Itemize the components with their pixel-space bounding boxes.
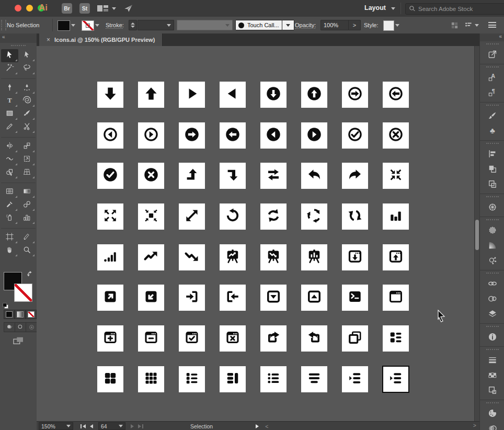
screen-mode-icon[interactable] bbox=[13, 336, 24, 347]
control-panel-menu-icon[interactable] bbox=[488, 22, 496, 28]
preferences-chevron-icon[interactable] bbox=[475, 24, 479, 27]
next-artboard-button[interactable] bbox=[131, 423, 134, 429]
tool-reflect[interactable] bbox=[1, 140, 18, 153]
icon-tile-bracket-enter[interactable] bbox=[179, 285, 205, 311]
panel-character-styles-button[interactable]: A bbox=[480, 71, 504, 86]
icon-tile-table-columns[interactable] bbox=[220, 366, 246, 392]
icon-tile-rotate-triple[interactable] bbox=[301, 203, 327, 230]
panel-layers-button[interactable] bbox=[480, 307, 504, 322]
panel-pathfinder-button[interactable] bbox=[480, 162, 504, 177]
icon-tile-square-arrow-in[interactable] bbox=[138, 285, 164, 311]
tool-scissors[interactable] bbox=[18, 121, 36, 134]
tool-shape-builder[interactable] bbox=[1, 166, 18, 179]
tools-grip[interactable] bbox=[11, 45, 26, 48]
draw-behind-button[interactable] bbox=[15, 322, 27, 332]
vertical-scrollbar-thumb[interactable] bbox=[475, 220, 479, 250]
icon-tile-circle-check[interactable] bbox=[342, 122, 368, 149]
icon-tile-circle-arrow-left[interactable] bbox=[383, 82, 409, 108]
icon-tile-arrow-down[interactable] bbox=[97, 82, 123, 108]
icon-tile-circle-caret-left-solid[interactable] bbox=[260, 122, 287, 149]
first-artboard-button[interactable] bbox=[81, 424, 86, 428]
icon-tile-menu-bars[interactable] bbox=[301, 366, 327, 392]
icon-tile-circle-arrow-right[interactable] bbox=[342, 82, 368, 108]
icon-tile-indent-list[interactable] bbox=[383, 366, 409, 392]
panel-gradient-fan-button[interactable] bbox=[480, 239, 504, 254]
panel-grip[interactable] bbox=[486, 105, 499, 108]
opacity-more-button[interactable]: > bbox=[348, 20, 361, 30]
scroll-right-icon[interactable]: > bbox=[473, 422, 476, 428]
profile-chevron-icon[interactable] bbox=[282, 20, 294, 30]
icon-tile-arrow-turn-up[interactable] bbox=[179, 163, 205, 189]
icon-tile-easel-chart[interactable] bbox=[301, 244, 327, 270]
icon-tile-grid-2x2[interactable] bbox=[97, 366, 123, 392]
panel-artboards-button[interactable] bbox=[480, 383, 504, 399]
icon-tile-window-add[interactable] bbox=[97, 325, 123, 352]
tool-pencil[interactable] bbox=[1, 121, 18, 134]
window-minimize-button[interactable] bbox=[26, 5, 33, 12]
panel-grip[interactable] bbox=[486, 219, 499, 222]
tool-spiral[interactable] bbox=[18, 95, 36, 108]
icon-tile-arrow-turn-down[interactable] bbox=[220, 163, 246, 189]
icon-tile-chart-column[interactable] bbox=[383, 203, 409, 230]
workspace-chevron-icon[interactable] bbox=[391, 7, 395, 10]
tool-perspective-grid[interactable] bbox=[18, 166, 36, 179]
status-expand-icon[interactable] bbox=[256, 423, 259, 429]
tool-artboard[interactable] bbox=[1, 231, 18, 244]
icon-tile-arrow-diagonal[interactable] bbox=[179, 203, 205, 230]
tool-scale[interactable] bbox=[18, 140, 36, 153]
panel-color-guide-button[interactable] bbox=[480, 422, 504, 430]
icon-tile-rotate-pair[interactable] bbox=[260, 203, 287, 230]
artboard-number-dropdown[interactable]: 64 bbox=[98, 422, 125, 430]
tool-paintbrush[interactable] bbox=[18, 108, 36, 121]
icon-tile-rotate-left[interactable] bbox=[220, 203, 246, 230]
tool-mesh[interactable] bbox=[1, 186, 18, 199]
panel-grip[interactable] bbox=[486, 66, 499, 70]
tool-type[interactable]: T bbox=[1, 95, 18, 108]
arrange-documents-chevron-icon[interactable] bbox=[112, 7, 116, 10]
last-artboard-button[interactable] bbox=[138, 424, 143, 428]
canvas[interactable] bbox=[37, 46, 479, 421]
icon-tile-caret-left[interactable] bbox=[220, 82, 246, 108]
icon-tile-window-upload[interactable] bbox=[383, 244, 409, 270]
panel-grip[interactable] bbox=[486, 326, 499, 329]
tools-collapse-button[interactable]: « bbox=[0, 33, 37, 43]
icon-tile-list-squares[interactable] bbox=[179, 366, 205, 392]
icon-tile-caret-right[interactable] bbox=[179, 82, 205, 108]
panel-grip[interactable] bbox=[486, 43, 499, 47]
icon-tile-arrows-exchange[interactable] bbox=[260, 163, 287, 189]
document-setup-icon[interactable] bbox=[451, 21, 459, 31]
icon-tile-grid-3x3[interactable] bbox=[138, 366, 164, 392]
panel-grip[interactable] bbox=[486, 143, 499, 146]
adobe-stock-search[interactable]: Search Adobe Stock bbox=[405, 3, 504, 15]
panel-grip[interactable] bbox=[486, 349, 499, 352]
icon-tile-circle-arrow-down-solid[interactable] bbox=[260, 82, 287, 108]
panel-color-button[interactable] bbox=[480, 406, 504, 422]
icon-tile-reply-to-square[interactable] bbox=[301, 325, 327, 352]
brush-definition-dropdown[interactable] bbox=[177, 20, 233, 30]
previous-artboard-button[interactable] bbox=[90, 423, 93, 429]
panel-grip[interactable] bbox=[1, 20, 6, 30]
icon-tile-browser-window[interactable] bbox=[383, 285, 409, 311]
tool-hand[interactable] bbox=[1, 244, 18, 257]
icon-tile-terminal-solid[interactable] bbox=[342, 285, 368, 311]
zoom-level-dropdown[interactable]: 150% bbox=[39, 422, 73, 430]
icon-tile-easel-trend-down[interactable] bbox=[260, 244, 287, 270]
draw-normal-button[interactable] bbox=[4, 322, 16, 332]
tool-slice[interactable] bbox=[18, 231, 36, 244]
stock-button[interactable]: St bbox=[79, 3, 90, 14]
icon-tile-circle-arrow-right-solid[interactable] bbox=[179, 122, 205, 149]
opacity-field[interactable]: 100% bbox=[320, 20, 350, 30]
tool-direct-selection[interactable] bbox=[18, 49, 36, 62]
tool-pen[interactable] bbox=[1, 82, 18, 95]
icon-tile-copy-stack[interactable] bbox=[342, 325, 368, 352]
panel-swatches-button[interactable] bbox=[480, 368, 504, 383]
icon-tile-circle-xmark[interactable] bbox=[383, 122, 409, 149]
stroke-weight-stepper[interactable] bbox=[129, 20, 137, 30]
stroke-swatch-proxy[interactable] bbox=[14, 284, 32, 302]
icon-tile-arrows-minimize[interactable] bbox=[383, 163, 409, 189]
tool-column-graph[interactable] bbox=[18, 212, 36, 225]
icon-tile-list-dots[interactable] bbox=[260, 366, 287, 392]
style-chevron-icon[interactable] bbox=[394, 20, 400, 30]
icon-tile-arrows-to-center[interactable] bbox=[138, 203, 164, 230]
icon-tile-arrow-up[interactable] bbox=[138, 82, 164, 108]
